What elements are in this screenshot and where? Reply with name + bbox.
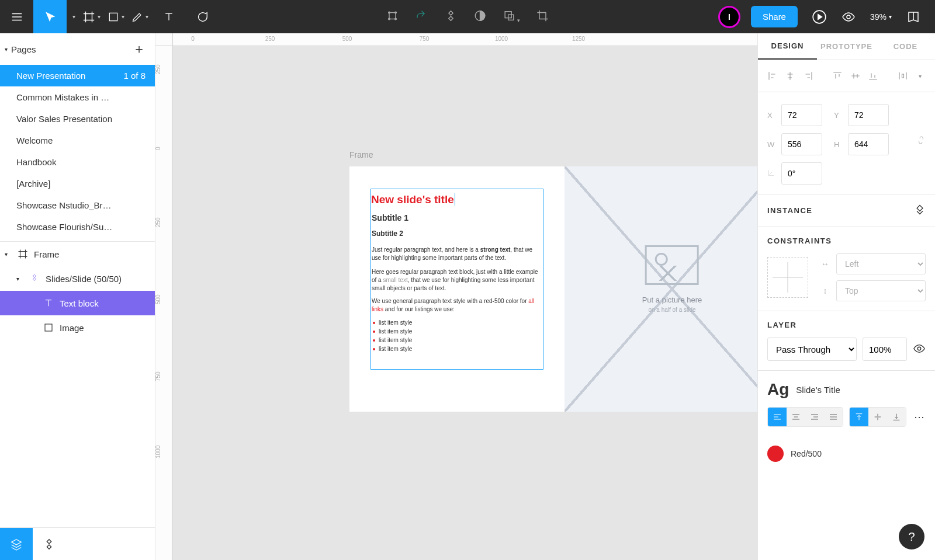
align-vcenter-icon[interactable] xyxy=(850,69,861,82)
opacity-input[interactable] xyxy=(863,338,907,361)
frame-tool-button[interactable]: ▾ xyxy=(79,0,104,33)
image-half[interactable]: Put a picture here on a half of a slide xyxy=(565,166,757,412)
page-item[interactable]: Showcase Nstudio_Br… xyxy=(0,194,155,216)
page-item[interactable]: New Presentation1 of 8 xyxy=(0,65,155,86)
page-item[interactable]: Valor Sales Presentation xyxy=(0,108,155,130)
fill-style-name[interactable]: Red/500 xyxy=(791,449,822,458)
text-align-top[interactable] xyxy=(850,408,868,426)
align-bottom-icon[interactable] xyxy=(868,69,878,82)
union-icon[interactable] xyxy=(445,9,458,24)
blend-mode-select[interactable]: Pass Through xyxy=(767,338,857,361)
align-right-icon[interactable] xyxy=(803,69,813,82)
share-button[interactable]: Share xyxy=(751,6,798,27)
y-input[interactable] xyxy=(848,104,889,126)
align-top-icon[interactable] xyxy=(832,69,843,82)
top-toolbar: ▾ ▾ ▾ ▾ ▾ I Share 39%▾ xyxy=(0,0,935,33)
constraint-v-select[interactable]: Top xyxy=(836,280,926,301)
type-sample-icon: Ag xyxy=(767,380,789,399)
present-button[interactable] xyxy=(812,9,827,25)
move-tool-dropdown[interactable]: ▾ xyxy=(67,0,79,33)
image-icon xyxy=(645,245,699,285)
boolean-icon[interactable]: ▾ xyxy=(503,9,520,24)
layers-panel: ▾ Frame ▾ Slides/Slide (50/50) Text bloc… xyxy=(0,241,155,527)
tab-prototype[interactable]: PROTOTYPE xyxy=(817,33,876,60)
svg-point-12 xyxy=(917,347,921,350)
text-align-bottom-btn[interactable] xyxy=(887,408,906,426)
page-item[interactable]: Handbook xyxy=(0,151,155,173)
hamburger-menu-button[interactable] xyxy=(0,0,33,33)
text-align-middle[interactable] xyxy=(868,408,887,426)
page-item[interactable]: [Archive] xyxy=(0,173,155,194)
text-align-center[interactable] xyxy=(787,408,805,426)
h-input[interactable] xyxy=(848,133,889,155)
subtitle-1: Subtitle 1 xyxy=(372,213,408,222)
text-align-justify[interactable] xyxy=(824,408,843,426)
dimensions-section: X Y W H xyxy=(758,92,935,194)
pen-tool-button[interactable]: ▾ xyxy=(128,0,152,33)
x-input[interactable] xyxy=(781,104,822,126)
left-bottom-tabs xyxy=(0,527,155,560)
add-page-button[interactable]: ＋ xyxy=(133,40,146,58)
crop-icon[interactable] xyxy=(536,9,549,24)
paragraph-3: We use general paragraph text style with… xyxy=(372,297,541,314)
paragraph-2: Here goes regular paragraph text block, … xyxy=(372,268,541,293)
zoom-dropdown[interactable]: 39%▾ xyxy=(870,12,892,22)
constraint-diagram[interactable] xyxy=(767,257,808,298)
layer-text-block[interactable]: Text block xyxy=(0,291,155,315)
reset-icon[interactable] xyxy=(415,9,428,24)
center-tools: ▾ xyxy=(386,9,549,24)
visibility-toggle[interactable] xyxy=(913,342,926,357)
pages-toggle[interactable]: ▾ Pages xyxy=(5,44,36,54)
svg-rect-11 xyxy=(45,324,52,331)
frame-label[interactable]: Frame xyxy=(349,150,373,159)
go-to-main-icon[interactable] xyxy=(914,204,926,217)
svg-rect-1 xyxy=(389,13,396,19)
library-icon[interactable] xyxy=(906,9,921,25)
frame[interactable]: New slide's title Subtitle 1 Subtitle 2 … xyxy=(349,166,757,412)
text-tool-button[interactable] xyxy=(152,0,185,33)
svg-rect-8 xyxy=(508,15,514,20)
align-hcenter-icon[interactable] xyxy=(785,69,795,82)
comment-tool-button[interactable] xyxy=(185,0,219,33)
page-item[interactable]: Showcase Flourish/Su… xyxy=(0,216,155,238)
assets-tab[interactable] xyxy=(33,528,65,560)
typography-section: Ag Slide's Title ⋯ xyxy=(758,371,935,436)
layer-section: LAYER Pass Through xyxy=(758,311,935,371)
type-more-button[interactable]: ⋯ xyxy=(914,411,926,423)
w-input[interactable] xyxy=(781,133,822,155)
inspector-tabs: DESIGN PROTOTYPE CODE xyxy=(758,33,935,60)
page-item[interactable]: Welcome xyxy=(0,130,155,151)
align-left-icon[interactable] xyxy=(767,69,778,82)
help-button[interactable]: ? xyxy=(899,524,924,549)
constrain-proportions-icon[interactable] xyxy=(916,133,926,155)
layer-frame[interactable]: ▾ Frame xyxy=(0,242,155,266)
text-align-left[interactable] xyxy=(768,408,787,426)
angle-input[interactable] xyxy=(781,162,822,185)
user-avatar[interactable]: I xyxy=(718,6,740,28)
canvas[interactable]: 0 250 500 750 1000 1250 250 0 250 500 75… xyxy=(155,33,757,560)
align-more-icon[interactable]: ▾ xyxy=(915,69,926,82)
page-list: New Presentation1 of 8 Common Mistakes i… xyxy=(0,65,155,238)
constraint-h-select[interactable]: Left xyxy=(836,253,926,274)
text-half[interactable]: New slide's title Subtitle 1 Subtitle 2 … xyxy=(349,166,565,412)
tab-code[interactable]: CODE xyxy=(876,33,935,60)
slide-title[interactable]: New slide's title xyxy=(371,193,455,206)
view-icon[interactable] xyxy=(841,9,856,25)
align-section: ▾ xyxy=(758,60,935,92)
ruler-corner xyxy=(155,33,173,46)
text-align-right[interactable] xyxy=(805,408,824,426)
bullet-list: list item style list item style list ite… xyxy=(379,319,412,354)
layer-image[interactable]: Image xyxy=(0,315,155,340)
subtitle-2: Subtitle 2 xyxy=(372,229,403,238)
text-style-name[interactable]: Slide's Title xyxy=(796,385,840,395)
component-tool-icon[interactable] xyxy=(386,9,399,24)
distribute-icon[interactable] xyxy=(897,69,908,82)
shape-tool-button[interactable]: ▾ xyxy=(104,0,128,33)
fill-swatch[interactable] xyxy=(767,446,784,462)
mask-icon[interactable] xyxy=(474,9,487,24)
page-item[interactable]: Common Mistakes in … xyxy=(0,86,155,108)
tab-design[interactable]: DESIGN xyxy=(758,33,817,60)
layer-slide-component[interactable]: ▾ Slides/Slide (50/50) xyxy=(0,266,155,291)
layers-tab[interactable] xyxy=(0,528,33,560)
move-tool-button[interactable] xyxy=(33,0,67,33)
